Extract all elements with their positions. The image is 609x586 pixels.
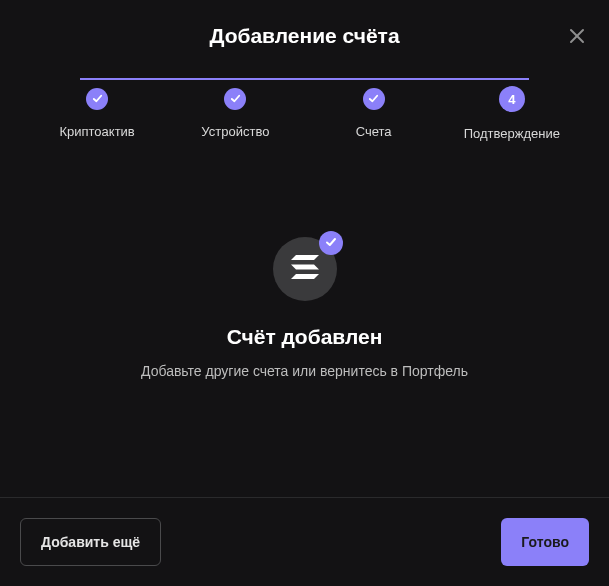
step-device: Устройство (166, 88, 304, 139)
content-area: Счёт добавлен Добавьте другие счета или … (0, 141, 609, 379)
step-crypto: Криптоактив (28, 88, 166, 139)
step-label: Счета (356, 124, 392, 139)
modal-footer: Добавить ещё Готово (0, 497, 609, 586)
check-icon (368, 90, 379, 108)
step-number: 4 (508, 92, 515, 107)
success-subtitle: Добавьте другие счета или вернитесь в По… (141, 363, 468, 379)
modal-title: Добавление счёта (209, 24, 399, 48)
step-circle-active: 4 (499, 86, 525, 112)
step-confirmation: 4 Подтверждение (443, 88, 581, 141)
add-more-button[interactable]: Добавить ещё (20, 518, 161, 566)
step-label: Подтверждение (464, 126, 560, 141)
check-icon (92, 90, 103, 108)
close-icon (569, 28, 585, 48)
step-label: Устройство (201, 124, 269, 139)
done-button[interactable]: Готово (501, 518, 589, 566)
modal-header: Добавление счёта (0, 0, 609, 68)
step-accounts: Счета (305, 88, 443, 139)
step-label: Криптоактив (59, 124, 134, 139)
step-circle-done (224, 88, 246, 110)
solana-icon (291, 255, 319, 283)
step-circle-done (363, 88, 385, 110)
close-button[interactable] (567, 28, 587, 48)
success-badge (319, 231, 343, 255)
coin-icon-wrap (273, 237, 337, 301)
check-icon (325, 234, 337, 252)
stepper-line (80, 78, 529, 80)
check-icon (230, 90, 241, 108)
success-title: Счёт добавлен (227, 325, 383, 349)
step-circle-done (86, 88, 108, 110)
stepper: Криптоактив Устройство Счета 4 Подтвержд… (0, 68, 609, 141)
